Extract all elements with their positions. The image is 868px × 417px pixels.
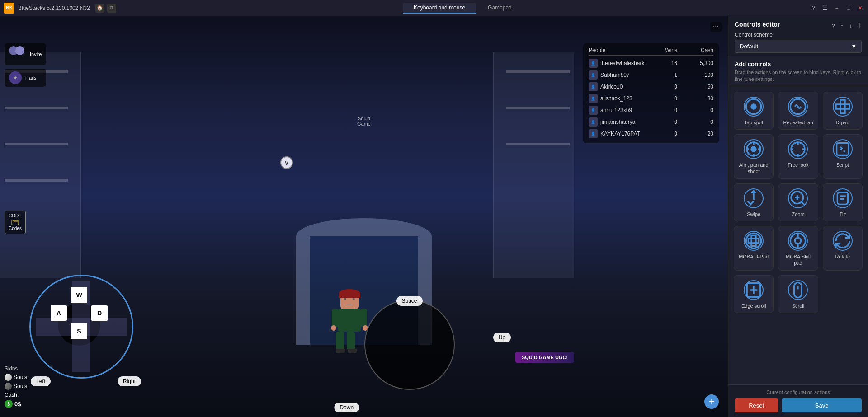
space-circle[interactable]: Space	[364, 300, 455, 390]
main-content: ··· People Wins Cash 👤 therealwhaleshark…	[0, 16, 868, 417]
dir-down-label: Down	[334, 403, 359, 412]
tilt-icon	[833, 188, 853, 208]
control-tilt[interactable]: Tilt	[823, 183, 863, 221]
repeated-tap-icon	[788, 97, 808, 117]
control-aim-pan-shoot[interactable]: Aim, pan and shoot	[734, 134, 774, 179]
space-label: Space	[396, 296, 422, 306]
zoom-label: Zoom	[792, 211, 804, 217]
codes-text: Codes	[9, 225, 22, 232]
leaderboard-row: 👤 Subham807 1 100	[589, 69, 713, 81]
controls-share-icon[interactable]: ⤴	[857, 22, 862, 31]
souls-1: Souls:	[5, 374, 28, 381]
control-d-pad[interactable]: D-pad	[823, 92, 863, 130]
svg-rect-31	[794, 282, 802, 297]
more-options-btn[interactable]: ···	[710, 22, 722, 32]
svg-point-10	[751, 147, 756, 151]
control-free-look[interactable]: Free look	[778, 134, 818, 179]
squid-game-label: Squid Game	[357, 116, 371, 127]
leaderboard-header: People Wins Cash	[589, 47, 713, 56]
copy-icon[interactable]: ⧉	[107, 4, 116, 13]
control-moba-d-pad[interactable]: MOBA D-Pad	[734, 226, 774, 271]
tab-gamepad[interactable]: Gamepad	[477, 3, 523, 14]
aim-pan-shoot-icon	[744, 139, 764, 159]
leaderboard-row: 👤 jimjamshaurya 0 0	[589, 116, 713, 128]
leaderboard-row: 👤 annur123xb9 0 0	[589, 104, 713, 116]
skins-label: Skins	[5, 365, 28, 372]
titlebar: BS BlueStacks 5.2.130.1002 N32 🏠 ⧉ Keybo…	[0, 0, 868, 16]
dpad-control[interactable]: W A S D	[27, 272, 136, 381]
left-ui-panel: Invite ✦ Trails	[5, 43, 46, 87]
tap-spot-label: Tap spot	[744, 119, 763, 126]
game-viewport: ··· People Wins Cash 👤 therealwhaleshark…	[0, 16, 728, 417]
reset-button[interactable]: Reset	[735, 398, 778, 412]
moba-d-pad-label: MOBA D-Pad	[739, 253, 769, 260]
zoom-icon	[788, 188, 808, 208]
s-key[interactable]: S	[71, 323, 87, 339]
control-tap-spot[interactable]: Tap spot	[734, 92, 774, 130]
control-scroll[interactable]: Scroll	[778, 275, 818, 313]
svg-point-3	[751, 104, 756, 109]
minimize-btn[interactable]: −	[833, 4, 841, 12]
moba-skill-pad-icon	[788, 231, 808, 251]
leaderboard-row: 👤 therealwhaleshark 16 5,300	[589, 57, 713, 69]
controls-upload-icon[interactable]: ↑	[840, 22, 844, 31]
a-key[interactable]: A	[51, 305, 67, 321]
scheme-select[interactable]: Default ▼	[735, 40, 862, 53]
moba-skill-pad-label: MOBA Skill pad	[781, 253, 815, 267]
scroll-icon	[788, 280, 808, 300]
script-label: Script	[836, 162, 849, 168]
control-repeated-tap[interactable]: Repeated tap	[778, 92, 818, 130]
svg-rect-16	[836, 143, 849, 155]
col-people: People	[589, 47, 650, 53]
rotate-label: Rotate	[835, 253, 850, 260]
free-look-icon	[788, 139, 808, 159]
control-rotate[interactable]: Rotate	[823, 226, 863, 271]
control-edge-scroll[interactable]: Edge scroll	[734, 275, 774, 313]
help-btn[interactable]: ?	[809, 4, 817, 12]
controls-help-icon[interactable]: ?	[830, 22, 836, 31]
add-btn[interactable]: +	[704, 394, 719, 409]
tab-keyboard-mouse[interactable]: Keyboard and mouse	[403, 3, 476, 14]
code-label: CODE	[9, 213, 22, 219]
invite-btn[interactable]: Invite	[5, 43, 46, 65]
add-controls-desc: Drag the actions on the screen to bind k…	[735, 69, 862, 83]
bottom-status: Skins Souls: Souls: Cash: $ 0$	[5, 365, 28, 408]
controls-grid: Tap spotRepeated tapD-padAim, pan and sh…	[728, 86, 868, 384]
cash-display: Cash:	[5, 392, 28, 398]
codes-panel: CODE [***] Codes	[5, 211, 26, 234]
squid-game-banner: SQUID GAME UGC!	[515, 352, 574, 363]
control-moba-skill-pad[interactable]: MOBA Skill pad	[778, 226, 818, 271]
edge-scroll-label: Edge scroll	[741, 303, 766, 309]
menu-btn[interactable]: ☰	[821, 4, 829, 12]
tilt-label: Tilt	[840, 211, 846, 217]
col-cash: Cash	[677, 47, 713, 53]
dir-left-label: Left	[31, 376, 51, 386]
cash-value: $ 0$	[5, 400, 28, 408]
w-key[interactable]: W	[71, 287, 87, 303]
aim-pan-shoot-label: Aim, pan and shoot	[737, 162, 770, 175]
d-pad-icon	[833, 97, 853, 117]
home-icon[interactable]: 🏠	[95, 4, 104, 13]
save-button[interactable]: Save	[782, 398, 862, 412]
dir-right-label: Right	[118, 376, 141, 386]
add-controls-title: Add controls	[735, 61, 862, 67]
d-key[interactable]: D	[91, 305, 108, 321]
add-controls-section: Add controls Drag the actions on the scr…	[728, 56, 868, 86]
rotate-icon	[833, 231, 853, 251]
script-icon	[833, 139, 853, 159]
control-swipe[interactable]: Swipe	[734, 183, 774, 221]
control-zoom[interactable]: Zoom	[778, 183, 818, 221]
souls-2: Souls:	[5, 383, 28, 390]
control-script[interactable]: Script	[823, 134, 863, 179]
app-logo: BS	[4, 3, 14, 14]
swipe-icon	[744, 188, 764, 208]
controls-editor-panel: Controls editor ? ↑ ↓ ⤴ Control scheme D…	[728, 16, 868, 417]
controls-download-icon[interactable]: ↓	[848, 22, 853, 31]
tap-spot-icon	[744, 97, 764, 117]
edge-scroll-icon	[744, 280, 764, 300]
leaderboard-rows: 👤 therealwhaleshark 16 5,300 👤 Subham807…	[589, 57, 713, 140]
close-btn[interactable]: ✕	[856, 4, 864, 12]
restore-btn[interactable]: □	[844, 4, 853, 12]
trails-btn[interactable]: ✦ Trails	[5, 69, 46, 87]
leaderboard-row: 👤 alishaok_123 0 30	[589, 93, 713, 104]
